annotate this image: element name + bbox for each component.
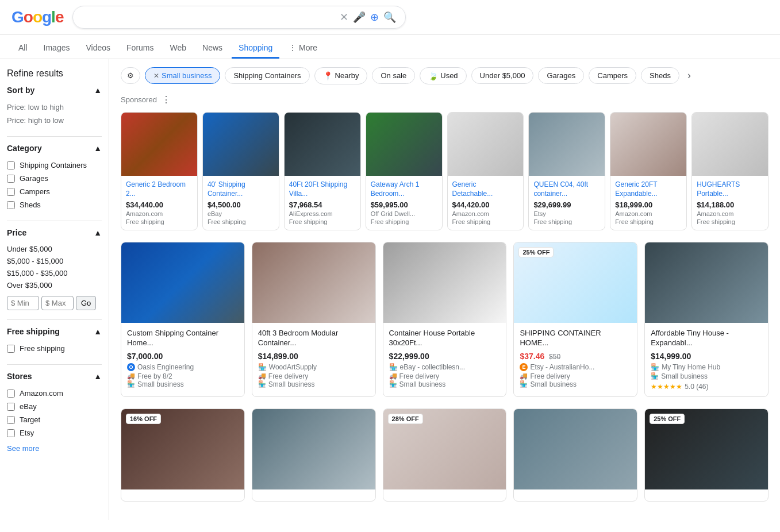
chip-shipping-containers-label: Shipping Containers	[233, 71, 301, 80]
checkbox-target[interactable]	[7, 416, 15, 424]
chip-garages[interactable]: Garages	[538, 67, 584, 84]
voice-search-button[interactable]: 🎤	[353, 11, 366, 24]
category-label-sheds: Sheds	[20, 201, 41, 209]
organic-card-4[interactable]: Affordable Tiny House - Expandabl... $14…	[644, 242, 769, 397]
sponsored-more-options[interactable]: ⋮	[162, 94, 171, 105]
checkbox-shipping-containers[interactable]	[7, 161, 15, 169]
search-button[interactable]: 🔍	[383, 11, 396, 24]
clear-search-button[interactable]: ✕	[340, 11, 348, 24]
third-card-2[interactable]: 28% OFF	[383, 408, 507, 502]
chip-used[interactable]: 🍃 Used	[420, 67, 466, 84]
small-biz-row-1: 🏪 Small business	[258, 380, 370, 388]
small-biz-label-3: Small business	[530, 380, 577, 388]
organic-card-1[interactable]: 40ft 3 Bedroom Modular Container... $14,…	[252, 242, 376, 397]
category-shipping-containers[interactable]: Shipping Containers	[7, 159, 102, 172]
product-store-5: Etsy	[533, 210, 600, 217]
sort-title: Sort by	[7, 86, 34, 95]
product-card-3[interactable]: Gateway Arch 1 Bedroom... $59,995.00 Off…	[366, 112, 443, 230]
category-campers[interactable]: Campers	[7, 185, 102, 198]
sale-price-3: $37.46	[520, 352, 544, 361]
search-input[interactable]: container homes	[82, 12, 335, 22]
sort-section-header[interactable]: Sort by ▲	[7, 86, 102, 95]
store-ebay[interactable]: eBay	[7, 400, 102, 413]
chip-campers[interactable]: Campers	[589, 67, 636, 84]
tab-all[interactable]: All	[11, 38, 34, 59]
divider-2	[7, 221, 102, 221]
tab-forums[interactable]: Forums	[120, 38, 160, 59]
category-sheds[interactable]: Sheds	[7, 198, 102, 211]
price-go-button[interactable]: Go	[76, 296, 96, 310]
third-card-3[interactable]	[513, 408, 637, 502]
checkbox-garages[interactable]	[7, 175, 15, 183]
small-biz-icon-4: 🏪	[651, 372, 659, 380]
store-etsy[interactable]: Etsy	[7, 426, 102, 440]
chip-nearby[interactable]: 📍 Nearby	[314, 67, 368, 84]
organic-store-row-3: E Etsy - AustralianHo...	[520, 363, 631, 371]
price-under-5000[interactable]: Under $5,000	[7, 243, 102, 255]
tab-images[interactable]: Images	[37, 38, 77, 59]
store-target[interactable]: Target	[7, 413, 102, 426]
price-section-header[interactable]: Price ▲	[7, 228, 102, 237]
stores-see-more[interactable]: See more	[7, 444, 102, 453]
original-price-3: $50	[549, 353, 560, 361]
product-card-0[interactable]: Generic 2 Bedroom 2... $34,440.00 Amazon…	[121, 112, 198, 230]
organic-card-0[interactable]: Custom Shipping Container Home... $7,000…	[121, 242, 245, 397]
sort-low-to-high[interactable]: Price: low to high	[7, 101, 102, 114]
small-biz-label-2: Small business	[399, 380, 446, 388]
organic-price-4: $14,999.00	[651, 352, 762, 361]
lens-search-button[interactable]: ⊕	[370, 11, 379, 24]
third-card-0[interactable]: 16% OFF	[121, 408, 245, 502]
checkbox-free-shipping[interactable]	[7, 345, 15, 353]
product-card-6[interactable]: Generic 20FT Expandable... $18,999.00 Am…	[610, 112, 687, 230]
stores-title: Stores	[7, 372, 32, 381]
tab-news[interactable]: News	[195, 38, 229, 59]
third-card-4[interactable]: 25% OFF	[644, 408, 769, 502]
product-card-7[interactable]: HUGHEARTS Portable... $14,188.00 Amazon.…	[691, 112, 769, 230]
organic-store-4: My Tiny Home Hub	[662, 363, 720, 371]
free-shipping-section: Free shipping ▲ Free shipping	[7, 327, 102, 355]
price-min-input[interactable]	[7, 296, 39, 310]
product-store-7: Amazon.com	[697, 210, 763, 217]
organic-info-2: Container House Portable 30x20Ft... $22,…	[383, 323, 506, 394]
category-garages[interactable]: Garages	[7, 172, 102, 185]
checkbox-etsy[interactable]	[7, 429, 15, 437]
product-image-0	[121, 113, 197, 176]
tab-videos[interactable]: Videos	[79, 38, 117, 59]
chip-on-sale[interactable]: On sale	[372, 67, 415, 84]
filter-settings-button[interactable]: ⚙	[121, 67, 140, 84]
product-card-1[interactable]: 40' Shipping Container... $4,500.00 eBay…	[202, 112, 279, 230]
stores-section-header[interactable]: Stores ▲	[7, 372, 102, 381]
product-card-4[interactable]: Generic Detachable... $44,420.00 Amazon.…	[447, 112, 524, 230]
tab-shopping[interactable]: Shopping	[232, 38, 279, 59]
chip-under-5000[interactable]: Under $5,000	[471, 67, 534, 84]
price-5000-15000[interactable]: $5,000 - $15,000	[7, 255, 102, 267]
free-shipping-checkbox-row[interactable]: Free shipping	[7, 342, 102, 355]
free-shipping-header[interactable]: Free shipping ▲	[7, 327, 102, 336]
checkbox-ebay[interactable]	[7, 403, 15, 411]
category-section-header[interactable]: Category ▲	[7, 144, 102, 153]
price-over-35000[interactable]: Over $35,000	[7, 279, 102, 291]
product-info-6: Generic 20FT Expandable... $18,999.00 Am…	[610, 176, 686, 230]
tab-web[interactable]: Web	[163, 38, 194, 59]
small-biz-row-3: 🏪 Small business	[520, 380, 631, 388]
chip-sheds[interactable]: Sheds	[641, 67, 679, 84]
chip-small-business[interactable]: ✕ Small business	[145, 67, 220, 84]
chips-next-arrow[interactable]: ›	[684, 66, 694, 85]
store-icon-4: 🏪	[651, 363, 659, 371]
product-card-5[interactable]: QUEEN C04, 40ft container... $29,699.99 …	[528, 112, 605, 230]
tab-more[interactable]: ⋮ More	[282, 38, 324, 59]
sort-high-to-low[interactable]: Price: high to low	[7, 114, 102, 127]
checkbox-campers[interactable]	[7, 188, 15, 196]
small-biz-row-2: 🏪 Small business	[389, 380, 501, 388]
checkbox-amazon[interactable]	[7, 390, 15, 398]
price-max-input[interactable]	[41, 296, 74, 310]
price-15000-35000[interactable]: $15,000 - $35,000	[7, 267, 102, 279]
third-card-1[interactable]	[252, 408, 376, 502]
organic-card-3[interactable]: 25% OFF SHIPPING CONTAINER HOME... $37.4…	[513, 242, 637, 397]
store-amazon[interactable]: Amazon.com	[7, 387, 102, 400]
delivery-label-2: Free delivery	[399, 372, 439, 380]
chip-shipping-containers[interactable]: Shipping Containers	[225, 67, 309, 84]
organic-card-2[interactable]: Container House Portable 30x20Ft... $22,…	[383, 242, 507, 397]
product-card-2[interactable]: 40Ft 20Ft Shipping Villa... $7,968.54 Al…	[284, 112, 361, 230]
checkbox-sheds[interactable]	[7, 201, 15, 209]
